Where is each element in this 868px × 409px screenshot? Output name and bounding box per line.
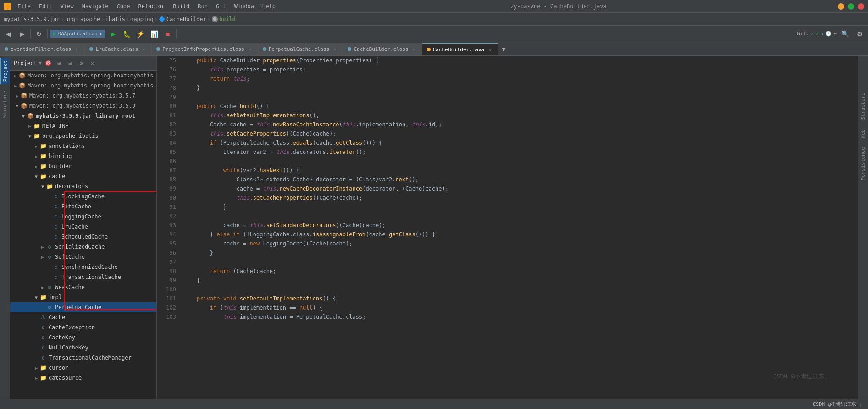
- tree-item-maven-mybatis359[interactable]: ▼ 📦 Maven: org.mybatis:mybatis:3.5.9: [10, 101, 156, 111]
- menu-code[interactable]: Code: [113, 2, 134, 11]
- project-panel-tab[interactable]: Project: [0, 58, 10, 84]
- tree-item-transactionalcache[interactable]: © TransactionalCache: [10, 272, 156, 282]
- code-line: this.properties = properties;: [183, 65, 858, 74]
- sidebar-header-icons[interactable]: 🎯 ⊞ ⊟ ⚙ ✕: [44, 59, 97, 68]
- tree-item-scheduledcache[interactable]: © ScheduledCache: [10, 232, 156, 242]
- tree-item-softcache[interactable]: ▶ © SoftCache: [10, 252, 156, 262]
- menu-build[interactable]: Build: [169, 2, 193, 11]
- tree-label: SerializedCache: [55, 244, 105, 250]
- toolbar-search-button[interactable]: 🔍: [839, 27, 851, 40]
- tab-close-lrucache[interactable]: ✕: [140, 46, 147, 52]
- git-status: Git: ✓ ✓ ↑ 🕐 ↩: [797, 31, 837, 37]
- breadcrumb-org[interactable]: org: [65, 16, 75, 22]
- right-panel-web[interactable]: Web: [860, 129, 866, 138]
- tab-perpetualcache[interactable]: PerpetualCache.class ✕: [258, 43, 343, 55]
- run-profile-selector[interactable]: ▶ OAApplication ▼: [50, 30, 105, 38]
- class-icon: ©: [46, 253, 53, 261]
- menu-navigate[interactable]: Navigate: [78, 2, 112, 11]
- maximize-button[interactable]: [848, 3, 854, 10]
- tree-item-weakcache[interactable]: ▶ © WeakCache: [10, 282, 156, 292]
- tab-cachebuilder-java[interactable]: CacheBuilder.java ✕: [422, 43, 498, 55]
- right-panel-persistence[interactable]: Persistence: [860, 147, 866, 180]
- tab-overflow-button[interactable]: ▼: [498, 45, 509, 53]
- tree-item-annotations[interactable]: ▶ 📁 annotations: [10, 141, 156, 151]
- toolbar-profile-button[interactable]: 📊: [148, 27, 160, 40]
- tree-item-builder[interactable]: ▶ 📁 builder: [10, 161, 156, 171]
- toolbar-back-button[interactable]: ◀: [2, 27, 15, 40]
- tree-item-cachekey[interactable]: © CacheKey: [10, 333, 156, 343]
- tab-close-projectinfoproperties[interactable]: ✕: [247, 46, 253, 52]
- sidebar-close-icon[interactable]: ✕: [88, 59, 97, 68]
- tree-item-datasource[interactable]: ▶ 📁 datasource: [10, 373, 156, 383]
- toolbar-run-button[interactable]: ▶: [106, 27, 119, 40]
- sidebar-collapse-icon[interactable]: ⊟: [66, 59, 75, 68]
- tree-item-cache[interactable]: ▼ 📁 cache: [10, 171, 156, 181]
- tree-item-org-apache-ibatis[interactable]: ▼ 📁 org.apache.ibatis: [10, 131, 156, 141]
- window-controls[interactable]: [838, 3, 864, 10]
- tree-item-meta-inf[interactable]: ▶ 📁 META-INF: [10, 121, 156, 131]
- tree-item-fifocache[interactable]: © FifoCache: [10, 202, 156, 212]
- breadcrumb-cachebuilder[interactable]: CacheBuilder: [166, 16, 206, 22]
- toolbar-settings-button[interactable]: ⚙: [853, 27, 866, 40]
- tree-item-synchronizedcache[interactable]: © SynchronizedCache: [10, 262, 156, 272]
- menu-window[interactable]: Window: [231, 2, 258, 11]
- breadcrumb-apache[interactable]: apache: [80, 16, 100, 22]
- menu-edit[interactable]: Edit: [35, 2, 56, 11]
- toolbar-stop-button[interactable]: ■: [161, 27, 174, 40]
- toolbar-debug-button[interactable]: 🐛: [120, 27, 133, 40]
- close-button[interactable]: [858, 3, 864, 10]
- minimize-button[interactable]: [838, 3, 844, 10]
- tab-projectinfoproperties[interactable]: ProjectInfoProperties.class ✕: [152, 43, 258, 55]
- tree-item-maven-starter[interactable]: ▶ 📦 Maven: org.mybatis.spring.boot:mybat…: [10, 81, 156, 91]
- code-content[interactable]: public CacheBuilder properties(Propertie…: [180, 56, 858, 399]
- tree-item-loggingcache[interactable]: © LoggingCache: [10, 212, 156, 222]
- tree-item-cursor[interactable]: ▶ 📁 cursor: [10, 363, 156, 373]
- tree-arrow: ▶: [33, 144, 39, 149]
- tree-item-binding[interactable]: ▶ 📁 binding: [10, 151, 156, 161]
- menu-view[interactable]: View: [57, 2, 77, 11]
- tree-item-maven-mybatis357[interactable]: ▶ 📦 Maven: org.mybatis:mybatis:3.5.7: [10, 91, 156, 101]
- tab-cachebuilder-class[interactable]: CacheBuilder.class ✕: [343, 43, 422, 55]
- toolbar-forward-button[interactable]: ▶: [16, 27, 28, 40]
- right-panel-structure[interactable]: Structure: [860, 93, 866, 120]
- tab-close-cachebuilder-java[interactable]: ✕: [487, 46, 493, 53]
- line-number: 81: [157, 111, 176, 120]
- toolbar-coverage-button[interactable]: ⚡: [134, 27, 147, 40]
- breadcrumb-ibatis[interactable]: ibatis: [105, 16, 125, 22]
- structure-panel-tab[interactable]: Structure: [0, 88, 9, 121]
- tree-item-cache-interface[interactable]: Ⓘ Cache: [10, 312, 156, 322]
- tree-item-nullcachekey[interactable]: © NullCacheKey: [10, 343, 156, 353]
- tree-item-maven-autoconfigure[interactable]: ▶ 📦 Maven: org.mybatis.spring.boot:mybat…: [10, 71, 156, 81]
- code-line: cache = this.newCacheDecoratorInstance(d…: [183, 184, 858, 193]
- toolbar-refresh-button[interactable]: ↻: [33, 27, 45, 40]
- tree-item-serializedcache[interactable]: ▶ © SerializedCache: [10, 242, 156, 252]
- tree-label: Maven: org.mybatis:mybatis:3.5.7: [29, 93, 135, 99]
- sidebar-settings-icon[interactable]: ⚙: [77, 59, 86, 68]
- menu-refactor[interactable]: Refactor: [134, 2, 168, 11]
- breadcrumb-mapping[interactable]: mapping: [130, 16, 154, 22]
- tree-item-blockingcache[interactable]: © BlockingCache: [10, 191, 156, 202]
- tree-item-decorators[interactable]: ▼ 📁 decorators: [10, 181, 156, 191]
- sidebar-tree[interactable]: ▶ 📦 Maven: org.mybatis.spring.boot:mybat…: [10, 71, 156, 399]
- sidebar-locate-icon[interactable]: 🎯: [44, 59, 53, 68]
- sidebar-expand-icon[interactable]: ⊞: [55, 59, 64, 68]
- tab-close-eventionfilter[interactable]: ✕: [73, 46, 80, 52]
- breadcrumb-mybatis-jar[interactable]: mybatis-3.5.9.jar: [4, 16, 60, 22]
- tree-item-impl[interactable]: ▼ 📁 impl: [10, 292, 156, 302]
- menu-git[interactable]: Git: [212, 2, 230, 11]
- tree-item-transactionalcachemanager[interactable]: © TransactionalCacheManager: [10, 353, 156, 363]
- tree-item-cacheexception[interactable]: © CacheException: [10, 322, 156, 333]
- tab-eventionfilter[interactable]: eventionFilter.class ✕: [0, 43, 85, 55]
- tree-item-jar-root[interactable]: ▼ 📦 mybatis-3.5.9.jar library root: [10, 111, 156, 121]
- tree-item-perpetualcache[interactable]: © PerpetualCache: [10, 302, 156, 312]
- breadcrumb-build-method[interactable]: build: [219, 16, 236, 22]
- class-icon: ©: [52, 213, 60, 220]
- tab-close-perpetualcache[interactable]: ✕: [332, 46, 338, 52]
- tree-item-lrucache[interactable]: © LruCache: [10, 222, 156, 232]
- menu-file[interactable]: File: [14, 2, 34, 11]
- menu-bar[interactable]: File Edit View Navigate Code Refactor Bu…: [14, 2, 279, 11]
- tab-lrucache[interactable]: LruCache.class ✕: [85, 43, 152, 55]
- menu-help[interactable]: Help: [259, 2, 279, 11]
- menu-run[interactable]: Run: [194, 2, 211, 11]
- tab-close-cachebuilder-class[interactable]: ✕: [411, 46, 417, 52]
